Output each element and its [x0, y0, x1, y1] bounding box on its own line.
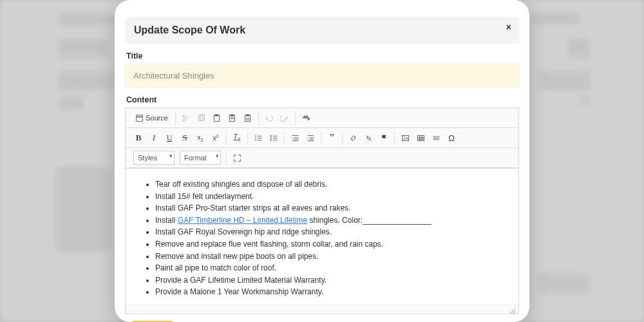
image-icon — [401, 134, 410, 142]
blockquote-button[interactable]: ” — [325, 131, 339, 145]
clipboard-word-icon: W — [243, 114, 252, 122]
svg-text:3: 3 — [254, 138, 256, 141]
maximize-icon — [233, 154, 242, 162]
paste-text-button[interactable] — [225, 111, 240, 125]
svg-point-14 — [270, 135, 271, 137]
spellcheck-button[interactable]: ᴬᴮ▾ — [299, 111, 313, 125]
content-label: Content — [126, 95, 518, 104]
styles-select[interactable]: Styles — [133, 151, 175, 165]
bullet-list-button[interactable] — [267, 131, 281, 145]
list-item: Paint all pipe to match color of roof. — [155, 262, 511, 274]
subscript-icon: x2 — [198, 134, 204, 142]
underline-button[interactable]: U — [162, 131, 176, 145]
image-button[interactable] — [398, 131, 412, 145]
list-item: Provide a Malone 1 Year Workmanship Warr… — [155, 286, 511, 298]
link-icon — [349, 134, 357, 142]
update-scope-modal: Update Scope Of Work × Title Content Sou… — [115, 0, 529, 322]
list-item-text: shingles. Color:________________ — [307, 216, 431, 225]
svg-rect-5 — [215, 114, 218, 115]
omega-icon: Ω — [448, 133, 455, 143]
hr-button[interactable] — [429, 131, 443, 145]
toolbar-row-3: Styles Format — [126, 148, 518, 168]
list-item: Install GAF Pro-Start starter strips at … — [155, 202, 511, 214]
title-label: Title — [126, 52, 518, 61]
unlink-icon — [365, 134, 373, 142]
outdent-button[interactable] — [288, 131, 302, 145]
link-button[interactable] — [346, 131, 360, 145]
indent-icon — [307, 134, 315, 142]
source-button[interactable]: Source — [131, 111, 172, 125]
resize-handle[interactable] — [126, 305, 518, 314]
list-item: Provide a GAF Lifetime Limited Material … — [155, 274, 511, 287]
copy-button[interactable] — [194, 111, 209, 125]
format-select-wrap[interactable]: Format — [178, 151, 222, 165]
remove-format-icon: Tx — [233, 133, 240, 142]
italic-icon: I — [153, 133, 155, 143]
undo-icon — [265, 114, 273, 122]
toolbar-row-2: B I U S x2 x2 Tx 123 ” — [126, 128, 518, 148]
redo-icon — [280, 114, 289, 122]
cut-button[interactable] — [179, 111, 193, 125]
styles-select-wrap[interactable]: Styles — [132, 151, 176, 165]
format-select[interactable]: Format — [180, 151, 221, 165]
svg-point-15 — [270, 137, 271, 138]
indent-button[interactable] — [303, 131, 317, 145]
ol-icon: 123 — [254, 134, 263, 142]
strike-icon: S — [182, 133, 187, 143]
italic-button[interactable]: I — [147, 131, 161, 145]
modal-title: Update Scope Of Work — [134, 24, 245, 35]
maximize-button[interactable] — [230, 151, 244, 165]
remove-format-button[interactable]: Tx — [230, 131, 244, 145]
editor-body[interactable]: Tear off existing shingles and dispose o… — [126, 168, 518, 305]
quote-icon: ” — [329, 135, 334, 141]
clipboard-text-icon — [228, 114, 236, 122]
table-icon — [417, 134, 425, 142]
bold-icon: B — [136, 133, 142, 143]
scissors-icon — [182, 114, 190, 122]
svg-rect-9 — [246, 114, 249, 115]
toolbar-row-1: Source W ᴬᴮ▾ — [126, 108, 518, 128]
special-char-button[interactable]: Ω — [444, 131, 459, 145]
svg-rect-7 — [231, 114, 234, 115]
unlink-button[interactable] — [361, 131, 375, 145]
close-button[interactable]: × — [506, 22, 511, 32]
table-button[interactable] — [413, 131, 428, 145]
strike-button[interactable]: S — [178, 131, 192, 145]
superscript-icon: x2 — [213, 134, 219, 142]
anchor-button[interactable] — [377, 131, 391, 145]
svg-text:W: W — [246, 117, 250, 120]
list-item: Remove and replace flue vent flashing, s… — [155, 238, 511, 251]
svg-point-18 — [404, 137, 405, 138]
underline-icon: U — [167, 133, 173, 143]
list-item: Install GAF Royal Sovereign hip and ridg… — [155, 226, 511, 238]
subscript-button[interactable]: x2 — [193, 131, 207, 145]
redo-button[interactable] — [278, 111, 292, 125]
rich-text-editor: Source W ᴬᴮ▾ B I U — [125, 108, 519, 314]
list-item: Remove and install new pipe boots on all… — [155, 251, 511, 263]
outdent-icon — [291, 134, 299, 142]
list-item: Tear off existing shingles and dispose o… — [155, 178, 511, 191]
product-link[interactable]: GAF Timberline HD – Limited Lifetime — [178, 216, 307, 225]
undo-button[interactable] — [262, 111, 276, 125]
list-item: Install 15# felt underlayment. — [155, 191, 511, 203]
hr-icon — [432, 134, 440, 142]
list-item-text: Install — [155, 216, 178, 225]
title-input[interactable] — [125, 64, 519, 88]
resize-icon — [509, 308, 516, 314]
spellcheck-icon: ᴬᴮ▾ — [302, 115, 310, 122]
source-icon — [135, 114, 144, 122]
flag-icon — [380, 134, 388, 142]
svg-rect-19 — [417, 135, 424, 140]
paste-word-button[interactable]: W — [241, 111, 255, 125]
numbered-list-button[interactable]: 123 — [251, 131, 265, 145]
list-item: Install GAF Timberline HD – Limited Life… — [155, 214, 511, 227]
content-list: Tear off existing shingles and dispose o… — [133, 178, 511, 298]
svg-point-16 — [270, 139, 271, 140]
ul-icon — [270, 134, 278, 142]
modal-header: Update Scope Of Work × — [125, 17, 519, 44]
clipboard-icon — [213, 114, 221, 122]
superscript-button[interactable]: x2 — [209, 131, 223, 145]
paste-button[interactable] — [210, 111, 224, 125]
source-label: Source — [146, 114, 168, 122]
bold-button[interactable]: B — [131, 131, 146, 145]
